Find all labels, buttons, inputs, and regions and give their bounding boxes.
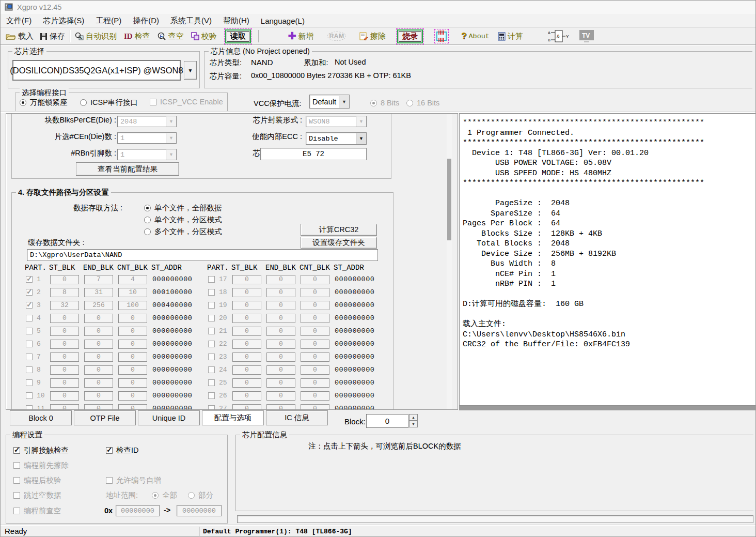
partition-cnt-blk-field-25: 0 xyxy=(301,378,329,388)
tv-button[interactable]: TV xyxy=(579,29,594,43)
auto-identify-label: 自动识别 xyxy=(86,32,117,41)
calc-button[interactable]: 计算 xyxy=(498,32,523,41)
partition-st-addr-4: 000000000 xyxy=(152,314,192,322)
single-file-all-radio[interactable]: 单个文件，全部数据 xyxy=(144,203,222,213)
partition-cnt-blk-field-7: 0 xyxy=(118,352,147,362)
checksum-label: 累加和: xyxy=(304,58,328,68)
menu-item-3[interactable]: 工程(P) xyxy=(90,16,127,26)
horizontal-scrollbar[interactable] xyxy=(459,406,756,410)
partition-row-17: 17000000000000 xyxy=(207,273,385,286)
tab-unique-id-label: Unique ID xyxy=(152,414,185,422)
vcc-protect-combo[interactable]: Default ▼ xyxy=(309,95,350,109)
socket-radio[interactable]: 万能锁紧座 xyxy=(20,98,68,108)
tab-ic-info[interactable]: IC 信息 xyxy=(266,410,328,425)
calc-crc32-button[interactable]: 计算CRC32 xyxy=(301,224,377,236)
chip-select-dropdown-button[interactable]: ▼ xyxy=(184,61,197,80)
menu-item-6[interactable]: 帮助(H) xyxy=(217,16,255,26)
partition-st-blk-field-25: 0 xyxy=(232,378,261,388)
ce-count-combo: 1 ▼ xyxy=(117,132,177,144)
partition-number: 7 xyxy=(37,353,47,361)
ecc-combo[interactable]: Disable ▼ xyxy=(306,132,367,145)
load-button[interactable]: 载入 xyxy=(6,32,34,41)
menu-item-5[interactable]: 系统工具(V) xyxy=(165,16,217,26)
partition-st-blk-field-20: 0 xyxy=(232,314,261,323)
partition-row-23: 23000000000000 xyxy=(207,350,385,363)
partition-end-blk-field-27: 0 xyxy=(266,404,295,410)
radio-icon xyxy=(80,99,87,106)
partition-end-blk-field-17: 0 xyxy=(266,275,295,284)
partition-col-cntblk: CNT_BLK xyxy=(117,264,151,272)
tab-block0[interactable]: Block 0 xyxy=(10,410,72,425)
auto-increment-checkbox: 允许编号自增 xyxy=(106,475,161,485)
down-arrow-icon: ▼ xyxy=(412,422,415,426)
bits16-label: 16 Bits xyxy=(417,99,439,107)
cache-folder-path-value: D:\Xgpro\UserData\NAND xyxy=(30,251,122,259)
chip-select-combo[interactable]: (DOSILICON)DS35Q2GA(x1+ISP) @WSON8 xyxy=(12,60,181,81)
address-from-field: 00000000 xyxy=(116,505,160,516)
cache-folder-path[interactable]: D:\Xgpro\UserData\NAND xyxy=(27,249,378,261)
logic-gate-button[interactable]: A B & Y xyxy=(548,29,570,43)
chip-icon xyxy=(435,30,448,42)
partition-row-27: 27000000000000 xyxy=(207,402,385,410)
block-spin-up-button[interactable]: ▲ xyxy=(409,414,418,421)
check-button[interactable]: ID 检查 xyxy=(124,32,150,41)
partition-number: 5 xyxy=(37,327,47,335)
partition-enable-checkbox-23 xyxy=(208,354,215,360)
menu-item-7[interactable]: Language(L) xyxy=(255,17,310,25)
partition-cnt-blk-field-9: 0 xyxy=(118,378,147,388)
vertical-scrollbar[interactable] xyxy=(447,114,452,409)
partition-number: 24 xyxy=(219,366,229,374)
view-config-button[interactable]: 查看当前配置结果 xyxy=(76,162,179,176)
menu-item-4[interactable]: 操作(D) xyxy=(127,16,165,26)
check-label: 检查 xyxy=(135,32,150,41)
partition-st-addr-5: 000000000 xyxy=(152,327,192,335)
multi-file-part-radio[interactable]: 多个文件，分区模式 xyxy=(144,227,222,237)
about-button[interactable]: ? About xyxy=(461,31,490,41)
partition-number: 23 xyxy=(219,353,229,361)
auto-identify-button[interactable]: 自动识别 xyxy=(75,32,117,41)
scrollbar-thumb[interactable] xyxy=(447,159,451,240)
new-button[interactable]: ✚ 新增 xyxy=(288,32,314,41)
pin-contact-check-checkbox[interactable]: 引脚接触检查 xyxy=(13,446,69,455)
partition-st-blk-field-10: 0 xyxy=(50,391,79,401)
tab-unique-id[interactable]: Unique ID xyxy=(138,410,200,425)
tab-otp-file[interactable]: OTP File xyxy=(74,410,136,425)
menu-item-1[interactable]: 文件(F) xyxy=(1,16,37,26)
partition-enable-checkbox-3 xyxy=(26,302,33,309)
menu-item-2[interactable]: 芯片选择(S) xyxy=(37,16,90,26)
partition-row-8: 8000000000000 xyxy=(25,363,203,376)
overlap-squares-icon xyxy=(191,32,199,40)
check-id-checkbox[interactable]: 检查ID xyxy=(106,446,139,455)
partition-enable-checkbox-19 xyxy=(208,302,215,309)
single-file-part-radio[interactable]: 单个文件，分区模式 xyxy=(144,215,222,225)
partition-enable-checkbox-1 xyxy=(26,276,33,283)
id-check-icon: ID xyxy=(124,32,133,41)
icsp-vcc-label: ICSP_VCC Enable xyxy=(160,98,223,106)
partition-enable-checkbox-7 xyxy=(26,354,33,360)
magnifier-f-icon: F xyxy=(158,32,166,40)
range-part-radio: 部分 xyxy=(188,490,213,500)
partition-header-right: PART.ST_BLKEND_BLKCNT_BLKST_ADDR xyxy=(207,263,385,273)
partition-end-blk-field-3: 256 xyxy=(84,301,113,310)
verify-label: 校验 xyxy=(201,32,217,41)
erase-button[interactable]: 擦除 xyxy=(359,32,386,41)
block-spin-down-button[interactable]: ▼ xyxy=(409,421,418,427)
config-scroll-panel: 块数BlksPerCE(Die) : 片选#CEn(Die)数 : #RBn引脚… xyxy=(6,113,458,410)
chip-id-field[interactable]: E5 72 xyxy=(260,148,367,160)
tab-config-options[interactable]: 配置与选项 xyxy=(202,410,264,425)
toolbar: 载入 保存 自动识别 ID 检查 F xyxy=(1,28,755,45)
icsp-radio[interactable]: ICSP串行接口 xyxy=(80,98,138,108)
chip-test-button[interactable] xyxy=(435,30,448,42)
set-cache-folder-button[interactable]: 设置缓存文件夹 xyxy=(301,237,377,249)
chip-select-value: (DOSILICON)DS35Q2GA(x1+ISP) @WSON8 xyxy=(10,66,183,75)
partition-enable-checkbox-9 xyxy=(26,379,33,386)
verify-button[interactable]: 校验 xyxy=(191,32,217,41)
burn-button[interactable]: 烧录 xyxy=(397,29,423,43)
blank-check-button[interactable]: F 查空 xyxy=(158,32,184,41)
partition-st-addr-23: 000000000 xyxy=(335,353,374,361)
block-number-field[interactable]: 0 xyxy=(366,414,408,428)
partition-st-blk-field-21: 0 xyxy=(232,327,261,336)
read-button[interactable]: 读取 xyxy=(225,29,251,43)
save-button[interactable]: 保存 xyxy=(40,32,65,41)
checkbox-icon xyxy=(13,477,20,484)
